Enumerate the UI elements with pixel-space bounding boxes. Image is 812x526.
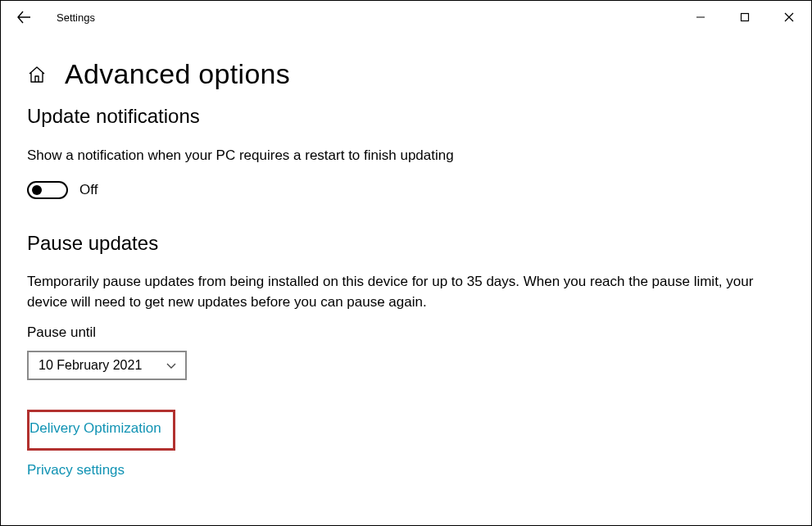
pause-until-label: Pause until	[27, 324, 785, 341]
maximize-button[interactable]	[723, 1, 767, 34]
notifications-toggle-label: Off	[79, 182, 98, 198]
close-icon	[784, 12, 794, 22]
page-title: Advanced options	[65, 58, 290, 90]
notifications-description: Show a notification when your PC require…	[27, 146, 785, 166]
titlebar-left: Settings	[14, 7, 95, 27]
arrow-left-icon	[16, 10, 31, 25]
toggle-thumb	[32, 185, 42, 195]
chevron-down-icon	[166, 360, 177, 371]
app-title: Settings	[57, 11, 95, 24]
close-button[interactable]	[767, 1, 811, 34]
pause-heading: Pause updates	[27, 232, 785, 255]
pause-date-value: 10 February 2021	[39, 358, 142, 373]
minimize-button[interactable]	[678, 1, 723, 34]
delivery-link-highlight: Delivery Optimization	[27, 410, 175, 451]
home-icon[interactable]	[27, 65, 47, 84]
privacy-settings-link[interactable]: Privacy settings	[27, 462, 125, 478]
links-section: Delivery Optimization Privacy settings	[27, 410, 785, 478]
minimize-icon	[696, 12, 705, 22]
window-controls	[678, 1, 811, 34]
delivery-optimization-link[interactable]: Delivery Optimization	[29, 420, 161, 437]
pause-body: Temporarily pause updates from being ins…	[27, 271, 785, 313]
titlebar: Settings	[1, 1, 811, 34]
notifications-toggle-row: Off	[27, 181, 785, 199]
notifications-heading: Update notifications	[27, 105, 785, 128]
pause-date-dropdown[interactable]: 10 February 2021	[27, 351, 187, 380]
page-header: Advanced options	[27, 58, 785, 90]
notifications-toggle[interactable]	[27, 181, 68, 199]
back-button[interactable]	[14, 7, 34, 27]
privacy-link-wrapper: Privacy settings	[27, 462, 785, 478]
maximize-icon	[740, 12, 750, 22]
svg-rect-1	[742, 14, 749, 21]
home-icon-svg	[27, 65, 47, 84]
content: Advanced options Update notifications Sh…	[1, 34, 811, 478]
